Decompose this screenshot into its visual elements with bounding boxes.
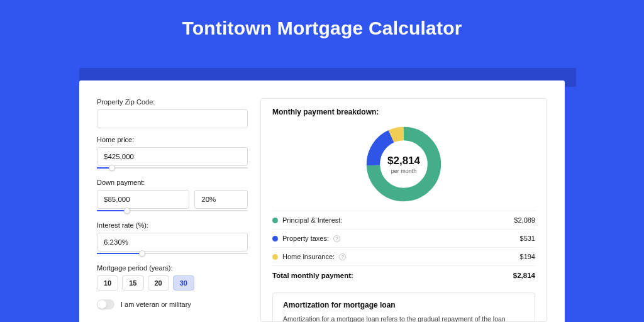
payment-donut-chart: $2,814 per month: [364, 124, 444, 204]
period-button-10[interactable]: 10: [97, 275, 118, 291]
breakdown-panel: Monthly payment breakdown: $2,814 per mo…: [260, 98, 547, 322]
amortization-text: Amortization for a mortgage loan refers …: [283, 314, 525, 322]
slider-track: [97, 167, 248, 169]
amortization-title: Amortization for mortgage loan: [283, 301, 525, 309]
slider-fill: [97, 210, 127, 211]
slider-fill: [97, 253, 142, 254]
calculator-card: Property Zip Code: Home price: Down paym…: [79, 80, 565, 322]
down-payment-slider[interactable]: [97, 208, 248, 214]
slider-thumb[interactable]: [109, 165, 115, 171]
veteran-label: I am veteran or military: [121, 301, 191, 308]
period-label: Mortgage period (years):: [97, 264, 248, 272]
breakdown-title: Monthly payment breakdown:: [272, 108, 535, 116]
period-button-15[interactable]: 15: [122, 275, 143, 291]
slider-thumb[interactable]: [139, 250, 145, 257]
interest-field-group: Interest rate (%):: [97, 221, 248, 257]
form-panel: Property Zip Code: Home price: Down paym…: [97, 98, 248, 322]
veteran-row: I am veteran or military: [97, 299, 248, 309]
interest-slider[interactable]: [97, 250, 248, 257]
zip-input[interactable]: [97, 109, 248, 128]
zip-label: Property Zip Code:: [97, 98, 248, 106]
legend-amount: $2,089: [514, 216, 535, 224]
total-label: Total monthly payment:: [272, 272, 353, 279]
legend-row: Principal & Interest:$2,089: [272, 211, 535, 229]
legend-row: Home insurance:?$194: [272, 247, 535, 265]
legend-dot: [272, 218, 278, 223]
amortization-card: Amortization for mortgage loan Amortizat…: [272, 292, 535, 322]
home-price-label: Home price:: [97, 136, 248, 143]
total-row: Total monthly payment: $2,814: [272, 265, 535, 285]
period-field-group: Mortgage period (years): 10152030: [97, 264, 248, 291]
legend-label: Principal & Interest:: [282, 216, 342, 224]
down-payment-pct-input[interactable]: [194, 190, 248, 209]
period-button-30[interactable]: 30: [173, 275, 194, 291]
home-price-input[interactable]: [97, 147, 248, 166]
legend-row: Property taxes:?$531: [272, 229, 535, 247]
period-button-20[interactable]: 20: [148, 275, 169, 291]
donut-center: $2,814 per month: [364, 124, 444, 204]
donut-area: $2,814 per month: [272, 121, 535, 211]
legend-label: Home insurance:: [282, 253, 335, 260]
home-price-field-group: Home price:: [97, 136, 248, 171]
legend-label: Property taxes:: [282, 235, 329, 242]
donut-amount: $2,814: [387, 155, 420, 167]
down-payment-field-group: Down payment:: [97, 179, 248, 214]
down-payment-label: Down payment:: [97, 179, 248, 186]
info-icon[interactable]: ?: [333, 235, 340, 242]
legend-dot: [272, 254, 278, 260]
toggle-knob: [97, 300, 106, 309]
info-icon[interactable]: ?: [339, 253, 346, 260]
donut-sub: per month: [391, 168, 417, 174]
page-title: Tontitown Mortgage Calculator: [0, 0, 644, 53]
legend-dot: [272, 236, 278, 242]
home-price-slider[interactable]: [97, 165, 248, 171]
legend-amount: $194: [520, 253, 535, 260]
zip-field-group: Property Zip Code:: [97, 98, 248, 128]
period-row: 10152030: [97, 275, 248, 291]
total-amount: $2,814: [513, 272, 535, 279]
slider-thumb[interactable]: [124, 208, 130, 214]
legend-amount: $531: [520, 235, 535, 242]
veteran-toggle[interactable]: [97, 299, 114, 309]
interest-input[interactable]: [97, 233, 248, 252]
down-payment-amount-input[interactable]: [97, 190, 189, 209]
interest-label: Interest rate (%):: [97, 221, 248, 229]
